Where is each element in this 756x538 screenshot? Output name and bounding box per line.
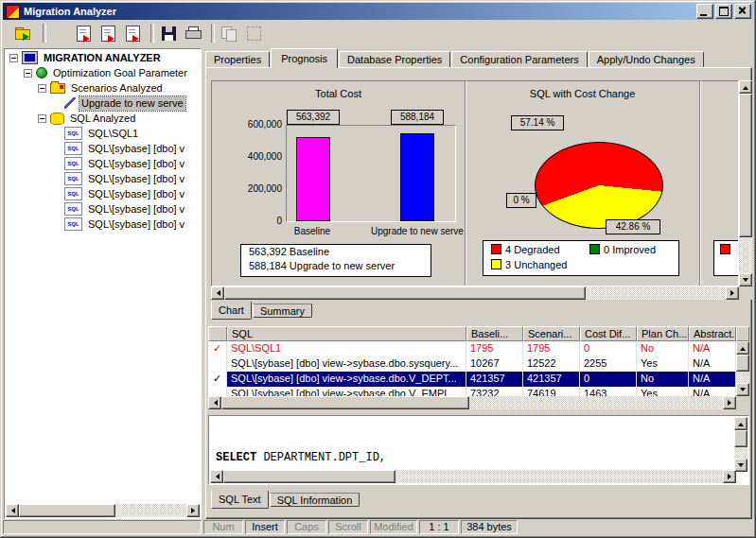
scroll-left-button[interactable] [208, 396, 221, 409]
tab-configuration-parameters[interactable]: Configuration Parameters [451, 51, 587, 67]
tree-item-sql[interactable]: SQL SQL\[sybase] [dbo] v [6, 201, 200, 217]
import-sql-button[interactable] [120, 22, 145, 44]
tab-chart[interactable]: Chart [211, 302, 252, 320]
tree-item-sql[interactable]: SQL SQL\[sybase] [dbo] v [6, 186, 200, 201]
scrollbar-track[interactable] [224, 286, 726, 300]
scrollbar-track[interactable] [223, 470, 723, 483]
tree-item-sql[interactable]: SQL SQL\SQL1 [6, 126, 200, 141]
scenarios-folder-icon [50, 83, 65, 94]
scrollbar-track[interactable] [739, 94, 752, 273]
tree-item-migration-analyzer[interactable]: MIGRATION ANALYZER [6, 50, 200, 65]
tree-item-sql-analyzed[interactable]: SQL Analyzed [6, 111, 200, 126]
scenario-value-label: 588,184 [391, 110, 444, 125]
tab-prognosis[interactable]: Prognosis [271, 48, 338, 68]
document-arrow-icon [126, 26, 140, 42]
column-header-cost-diff[interactable]: Cost Dif... [580, 326, 637, 341]
open-scenario-button[interactable] [10, 22, 35, 44]
prognosis-tab-page: Total Cost 600,000 400,000 200,000 0 563… [205, 67, 752, 519]
select-button[interactable] [241, 22, 266, 44]
column-header-baseline[interactable]: Baseli... [466, 326, 523, 341]
legend-entry: 4 Degraded [491, 244, 560, 255]
add-sql-file-button[interactable] [96, 22, 120, 44]
tree-item-sql[interactable]: SQL SQL\[sybase] [dbo] v [6, 156, 200, 171]
table-row-selected[interactable]: ✓ SQL\[sybase] [dbo] view->sybase.dbo.V_… [208, 372, 736, 387]
tab-label: Prognosis [281, 53, 327, 64]
sql-statement-icon: SQL [64, 127, 82, 140]
column-header-scenario[interactable]: Scenari... [523, 326, 580, 341]
save-button[interactable] [156, 22, 181, 44]
grid-rows: ✓ SQL\SQL1 1795 1795 0 No N/A SQL\[sybas… [208, 341, 736, 396]
column-header-check[interactable] [208, 326, 227, 341]
table-row[interactable]: SQL\[sybase] [dbo] view->sybase.dbo.V_EM… [208, 387, 736, 396]
scroll-right-button[interactable] [723, 470, 736, 483]
column-header-plan-change[interactable]: Plan Ch... [637, 326, 689, 341]
scroll-up-button[interactable] [734, 417, 747, 430]
scrollbar-track[interactable] [734, 430, 747, 459]
scroll-right-button[interactable] [723, 396, 736, 409]
scrollbar-thumb[interactable] [734, 430, 747, 447]
minimize-button[interactable] [696, 4, 713, 19]
tree-item-upgrade-scenario[interactable]: Upgrade to new serve [6, 95, 200, 111]
tree-item-optimization-goal[interactable]: Optimization Goal Parameter [6, 65, 200, 80]
copy-button[interactable] [217, 22, 241, 44]
document-arrow-icon [101, 26, 115, 42]
column-header-sql[interactable]: SQL [227, 326, 466, 341]
scrollbar-track[interactable] [19, 504, 186, 517]
close-button[interactable] [734, 4, 751, 19]
scroll-right-button[interactable] [186, 504, 200, 517]
abstract-cell: N/A [689, 341, 736, 356]
legend-label: 3 Unchanged [505, 259, 567, 270]
baseline-bar [296, 137, 330, 221]
sql-text-editor[interactable]: SELECT DEPARTMENT.DPT_ID, DEPARTMENT.DPT… [210, 417, 742, 475]
scroll-right-button[interactable] [726, 286, 739, 300]
y-tick-label: 0 [216, 216, 282, 226]
scroll-left-button[interactable] [210, 470, 223, 483]
sql-text-pane: SELECT DEPARTMENT.DPT_ID, DEPARTMENT.DPT… [208, 415, 749, 485]
scrollbar-thumb[interactable] [223, 470, 396, 483]
status-caps-lock: Caps [287, 520, 326, 534]
cost-diff-cell: 2255 [580, 356, 637, 372]
tab-properties[interactable]: Properties [205, 51, 270, 67]
scroll-down-button[interactable] [739, 273, 752, 286]
plan-change-cell: No [637, 372, 689, 387]
scrollbar-thumb[interactable] [739, 94, 752, 237]
tree-item-scenarios-analyzed[interactable]: Scenarios Analyzed [6, 80, 200, 95]
table-row[interactable]: ✓ SQL\SQL1 1795 1795 0 No N/A [208, 341, 736, 356]
scrollbar-thumb[interactable] [19, 504, 115, 517]
tree-item-sql[interactable]: SQL SQL\[sybase] [dbo] v [6, 171, 200, 186]
tree-item-sql[interactable]: SQL SQL\[sybase] [dbo] v [6, 141, 200, 156]
tree-collapse-icon[interactable] [38, 84, 46, 93]
tab-sql-text[interactable]: SQL Text [211, 491, 269, 509]
pie [535, 142, 663, 229]
scroll-up-button[interactable] [736, 341, 749, 355]
scroll-left-button[interactable] [6, 504, 19, 517]
scroll-down-button[interactable] [734, 459, 747, 472]
tab-apply-undo-changes[interactable]: Apply/Undo Changes [589, 51, 704, 67]
abstract-cell: N/A [689, 372, 736, 387]
scrollbar-track[interactable] [221, 396, 723, 409]
sql-cell: SQL\[sybase] [dbo] view->sybase.dbo.V_DE… [227, 372, 466, 387]
scroll-left-button[interactable] [211, 286, 224, 300]
table-row[interactable]: SQL\[sybase] [dbo] view->sybase.dbo.sysq… [208, 356, 736, 372]
legend-label: 4 Degraded [505, 244, 560, 255]
tree-collapse-icon[interactable] [9, 54, 18, 62]
scrollbar-thumb[interactable] [221, 396, 469, 409]
add-sql-button[interactable] [71, 22, 96, 44]
tab-database-properties[interactable]: Database Properties [339, 51, 450, 67]
scroll-up-button[interactable] [739, 80, 752, 94]
scrollbar-thumb[interactable] [736, 355, 749, 372]
scrollbar-thumb[interactable] [224, 286, 586, 300]
tab-sql-information[interactable]: SQL Information [270, 493, 360, 507]
maximize-button[interactable] [715, 4, 732, 19]
tree-item-sql[interactable]: SQL SQL\[sybase] [dbo] v [6, 217, 200, 232]
tab-summary[interactable]: Summary [253, 304, 312, 318]
print-button[interactable] [181, 22, 205, 44]
scroll-down-button[interactable] [736, 383, 749, 396]
toolbar-separator [150, 24, 154, 43]
tree-collapse-icon[interactable] [24, 69, 32, 78]
column-header-abstract[interactable]: Abstract... [689, 326, 736, 341]
minimize-icon [700, 14, 707, 16]
toolbar-separator [43, 24, 46, 43]
tree-collapse-icon[interactable] [38, 114, 46, 123]
scrollbar-track[interactable] [736, 355, 749, 383]
